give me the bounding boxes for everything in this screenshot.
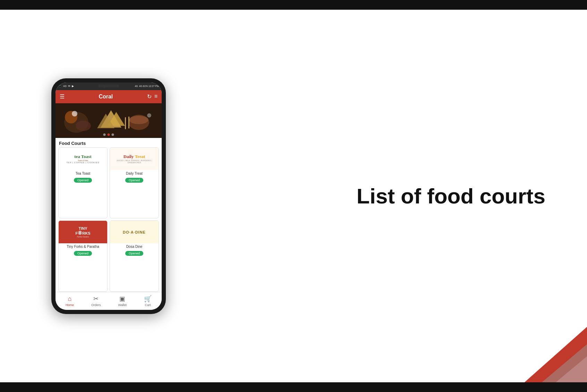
court-card-daily-treat[interactable]: Daily Treat JUICES | MILK SHAKES | BURGE… <box>110 147 159 219</box>
wallet-icon: ▣ <box>119 295 125 303</box>
tiny-forks-info: Tiny Forks & Paratha Opened <box>59 243 107 257</box>
orders-label: Orders <box>91 303 101 307</box>
tea-toast-sub: TEA | COFFEE | COOKIES <box>67 162 100 164</box>
status-left-icons: 📱 HD ✉ ▶ <box>58 85 74 88</box>
daily-treat-logo: Daily Treat JUICES | MILK SHAKES | BURGE… <box>110 148 159 170</box>
top-bar <box>0 0 587 10</box>
food-courts-grid: tea Toast Toast of India TEA | COFFEE | … <box>56 147 162 292</box>
wallet-label: Wallet <box>118 303 127 307</box>
section-header: Food Courts <box>56 138 162 147</box>
tiny-forks-name: Tiny Forks & Paratha <box>61 245 105 249</box>
section-title: Food Courts <box>59 141 86 146</box>
play-icon: ▶ <box>72 85 74 88</box>
phone-screen: 📱 HD ✉ ▶ 4G 4G 81% 12:27 PM ☰ Coral ↻ ≡ <box>56 82 162 310</box>
corner-decoration-pink <box>556 356 587 382</box>
nav-wallet[interactable]: ▣ Wallet <box>118 295 127 307</box>
daily-treat-info: Daily Treat Opened <box>110 170 159 184</box>
phone-mockup: 📱 HD ✉ ▶ 4G 4G 81% 12:27 PM ☰ Coral ↻ ≡ <box>51 78 166 314</box>
banner-dots <box>103 133 114 136</box>
tea-toast-info: Tea Toast Opened <box>59 170 107 184</box>
tiny-forks-brand-text: TINYF⑧RKS <box>76 226 91 236</box>
refresh-icon[interactable]: ↻ <box>147 93 152 100</box>
nav-cart[interactable]: 🛒 Cart <box>144 295 152 307</box>
tea-toast-name: Tea Toast <box>61 172 105 175</box>
app-header: ☰ Coral ↻ ≡ <box>56 90 162 103</box>
tiny-forks-status: Opened <box>74 251 92 256</box>
svg-point-9 <box>72 111 77 116</box>
daily-treat-brand-text: Daily Treat <box>113 154 156 159</box>
cart-icon: 🛒 <box>144 295 152 303</box>
list-menu-icon[interactable]: ≡ <box>154 93 158 100</box>
tiny-forks-logo: TINYF⑧RKS Family Classics <box>59 221 107 243</box>
nav-home[interactable]: ⌂ Home <box>66 295 74 307</box>
dosa-dine-brand-text: DO·A·DINE <box>123 230 146 234</box>
nav-orders[interactable]: ✂ Orders <box>91 295 101 307</box>
dosa-dine-status: Opened <box>125 251 143 256</box>
home-icon: ⌂ <box>68 295 72 303</box>
svg-point-10 <box>147 113 151 117</box>
bottom-nav: ⌂ Home ✂ Orders ▣ Wallet 🛒 Cart <box>56 292 162 310</box>
svg-point-8 <box>129 116 148 124</box>
email-icon: ✉ <box>68 85 70 88</box>
svg-rect-12 <box>128 116 129 129</box>
court-card-tiny-forks[interactable]: TINYF⑧RKS Family Classics Tiny Forks & P… <box>58 220 108 292</box>
tiny-forks-tagline: Family Classics <box>76 236 91 238</box>
svg-rect-11 <box>125 117 126 129</box>
court-card-tea-toast[interactable]: tea Toast Toast of India TEA | COFFEE | … <box>58 147 108 219</box>
banner-image <box>56 103 162 138</box>
tea-toast-logo: tea Toast Toast of India TEA | COFFEE | … <box>59 148 107 170</box>
dot-1[interactable] <box>103 133 106 136</box>
phone-body: 📱 HD ✉ ▶ 4G 4G 81% 12:27 PM ☰ Coral ↻ ≡ <box>51 78 166 314</box>
network-icon: 4G <box>135 85 138 87</box>
daily-treat-status: Opened <box>125 178 143 183</box>
dosa-dine-name: Dosa Dine <box>112 245 156 249</box>
header-right-icons: ↻ ≡ <box>147 93 158 100</box>
whatsapp-icon: 📱 <box>58 85 62 88</box>
daily-treat-name: Daily Treat <box>112 172 156 175</box>
tea-toast-status: Opened <box>74 178 92 183</box>
phone-camera <box>103 85 106 88</box>
battery-text: 4G 81% 12:27 PM <box>139 85 159 87</box>
banner <box>56 103 162 138</box>
cart-label: Cart <box>145 303 151 307</box>
dosa-dine-logo: DO·A·DINE <box>110 221 159 243</box>
dosa-dine-info: Dosa Dine Opened <box>110 243 159 257</box>
daily-treat-sub: JUICES | MILK SHAKES | BURGERS | SANDWIC… <box>113 159 156 164</box>
dot-2[interactable] <box>108 133 110 136</box>
hd-icon: HD <box>63 85 67 87</box>
svg-point-3 <box>76 121 91 131</box>
phone-speaker <box>98 85 119 87</box>
tea-toast-brand-text: tea Toast <box>67 154 100 159</box>
status-right-info: 4G 4G 81% 12:27 PM <box>135 85 159 87</box>
dot-3[interactable] <box>112 133 114 136</box>
bottom-bar <box>0 382 587 392</box>
orders-icon: ✂ <box>93 295 99 303</box>
app-title: Coral <box>99 94 113 100</box>
hamburger-menu-icon[interactable]: ☰ <box>60 93 65 100</box>
home-label: Home <box>66 303 74 307</box>
right-heading: List of food courts <box>357 183 545 209</box>
court-card-dosa-dine[interactable]: DO·A·DINE Dosa Dine Opened <box>110 220 159 292</box>
